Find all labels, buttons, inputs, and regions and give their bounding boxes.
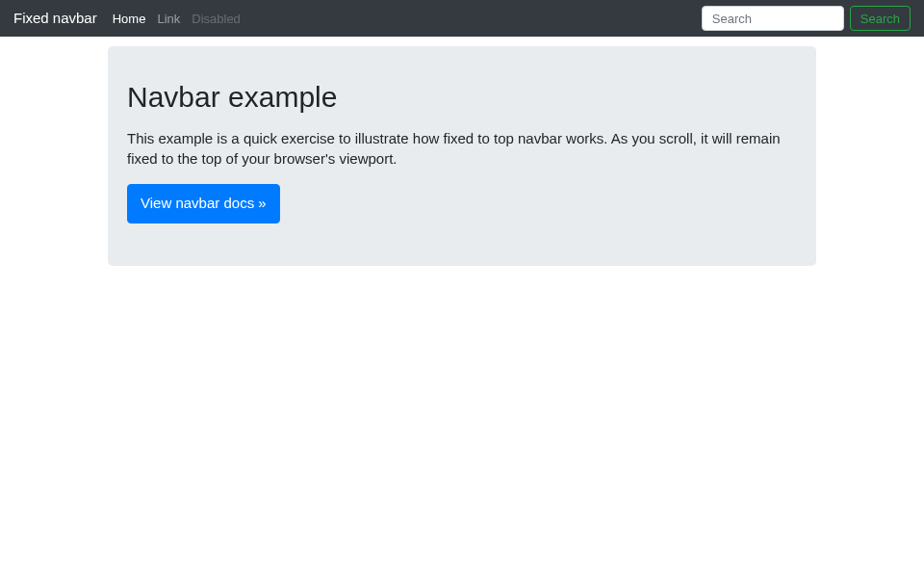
view-docs-button[interactable]: View navbar docs » bbox=[127, 184, 280, 223]
navbar-nav: Home Link Disabled bbox=[113, 7, 252, 30]
navbar-brand[interactable]: Fixed navbar bbox=[13, 8, 97, 30]
navbar: Fixed navbar Home Link Disabled Search bbox=[0, 0, 924, 37]
search-button[interactable]: Search bbox=[850, 6, 911, 31]
nav-item-link: Link bbox=[157, 7, 180, 30]
nav-link-disabled: Disabled bbox=[192, 12, 241, 26]
page-description: This example is a quick exercise to illu… bbox=[127, 128, 797, 169]
page-heading: Navbar example bbox=[127, 75, 797, 118]
nav-link-link[interactable]: Link bbox=[157, 12, 180, 26]
navbar-right: Search bbox=[702, 6, 911, 31]
main-content: Navbar example This example is a quick e… bbox=[0, 0, 924, 266]
jumbotron: Navbar example This example is a quick e… bbox=[108, 46, 816, 266]
nav-link-home[interactable]: Home bbox=[113, 12, 146, 26]
search-input[interactable] bbox=[702, 6, 844, 31]
navbar-left: Fixed navbar Home Link Disabled bbox=[13, 7, 252, 30]
nav-item-home: Home bbox=[113, 7, 146, 30]
nav-item-disabled: Disabled bbox=[192, 7, 241, 30]
